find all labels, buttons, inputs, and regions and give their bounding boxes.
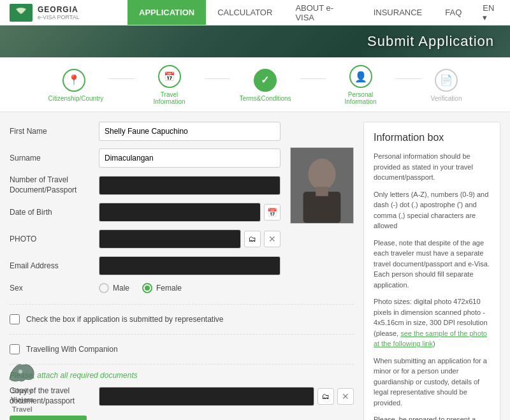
- main-content: First Name Surname Number of Travel Docu…: [0, 112, 510, 420]
- companion-checkbox[interactable]: [10, 344, 20, 354]
- attach-label: Please, attach all required documents: [10, 371, 354, 380]
- logo-flag-icon: [10, 4, 33, 22]
- dob-input[interactable]: [99, 203, 261, 222]
- divider-2: [10, 334, 354, 335]
- calendar-icon-btn[interactable]: 📅: [264, 204, 280, 221]
- photo-preview-area: [290, 122, 354, 301]
- watermark-line1: Shelly: [6, 386, 38, 395]
- divider-1: [10, 304, 354, 305]
- step-sep-2: [205, 78, 230, 79]
- nav-item-faq[interactable]: FAQ: [433, 0, 473, 25]
- female-radio-label[interactable]: Female: [142, 283, 182, 293]
- surname-row: Surname: [10, 148, 280, 168]
- documents-section: Please, attach all required documents Co…: [10, 371, 354, 406]
- email-row: Email Address: [10, 256, 280, 275]
- step-personal-label: Personal Information: [335, 91, 386, 105]
- copy-doc-row: Copy of the travel document/passport 🗂 ✕: [10, 386, 354, 406]
- email-input[interactable]: [99, 256, 280, 275]
- main-nav: APPLICATION CALCULATOR ABOUT e-VISA INSU…: [127, 0, 510, 25]
- nav-item-insurance[interactable]: INSURANCE: [362, 0, 434, 25]
- watermark-line3: Travel: [6, 405, 38, 414]
- first-name-input[interactable]: [99, 122, 280, 141]
- male-label-text: Male: [113, 284, 129, 293]
- step-citizenship-icon: 📍: [62, 69, 85, 92]
- step-travel-label: Travel Information: [144, 91, 195, 105]
- nav-item-calculator[interactable]: CALCULATOR: [206, 0, 284, 25]
- step-personal[interactable]: 👤 Personal Information: [326, 65, 396, 105]
- next-btn-row: NEXT: [10, 416, 354, 420]
- photo-label: PHOTO: [10, 235, 92, 243]
- photo-row: PHOTO 🗂 ✕: [10, 229, 280, 249]
- nav-item-about[interactable]: ABOUT e-VISA: [284, 0, 361, 25]
- photo-browse-btn[interactable]: 🗂: [244, 231, 261, 247]
- female-label-text: Female: [156, 284, 182, 293]
- step-terms-label: Terms&Conditions: [240, 95, 291, 102]
- travel-doc-row: Number of Travel Document/Passport: [10, 175, 280, 195]
- photo-file-display: [99, 229, 241, 249]
- step-verification[interactable]: 📄 Verification: [421, 69, 472, 102]
- step-sep-4: [396, 78, 421, 79]
- step-citizenship[interactable]: 📍 Citizenship/Country: [39, 69, 109, 102]
- male-radio[interactable]: [99, 283, 109, 293]
- step-travel[interactable]: 📅 Travel Information: [135, 65, 205, 105]
- representative-checkbox[interactable]: [10, 314, 20, 324]
- step-sep-3: [300, 78, 326, 79]
- step-citizenship-label: Citizenship/Country: [48, 95, 99, 102]
- nav-item-application[interactable]: APPLICATION: [127, 0, 206, 25]
- info-para-3: Please, note that despite of the age eac…: [374, 238, 490, 291]
- divider-3: [10, 364, 354, 365]
- info-para-1: Personal information should be provided …: [374, 151, 490, 183]
- form-photo-container: First Name Surname Number of Travel Docu…: [10, 122, 354, 301]
- representative-row: Check the box if application is submitte…: [10, 311, 354, 328]
- svg-point-5: [18, 370, 22, 373]
- info-box-title: Information box: [374, 132, 490, 143]
- info-para-5: When submitting an application for a min…: [374, 356, 490, 409]
- sex-label: Sex: [10, 284, 92, 293]
- photo-input-wrap: 🗂 ✕: [99, 229, 280, 249]
- sex-options: Male Female: [99, 283, 182, 293]
- copy-doc-input-wrap: 🗂 ✕: [99, 387, 354, 406]
- surname-label: Surname: [10, 154, 92, 163]
- logo-text: GEORGIA e-VISA PORTAL: [38, 5, 80, 20]
- copy-doc-file-display: [99, 387, 314, 406]
- hero-banner: Submit Application: [0, 25, 510, 57]
- copy-doc-clear-btn[interactable]: ✕: [337, 388, 354, 405]
- watermark: Shelly Viajera Travel: [6, 360, 38, 414]
- photo-clear-btn[interactable]: ✕: [264, 231, 280, 247]
- nav-lang-selector[interactable]: EN ▾: [473, 0, 510, 25]
- step-personal-icon: 👤: [349, 65, 372, 88]
- dob-input-wrap: 📅: [99, 203, 280, 222]
- dob-label: Date of Birth: [10, 208, 92, 217]
- dob-row: Date of Birth 📅: [10, 203, 280, 222]
- first-name-label: First Name: [10, 127, 92, 136]
- companion-row: Travelling With Companion: [10, 341, 354, 358]
- sex-row: Sex Male Female: [10, 283, 280, 293]
- female-radio[interactable]: [142, 283, 152, 293]
- info-para-2: Only letters (A-Z), numbers (0-9) and da…: [374, 189, 490, 231]
- logo-subtitle: e-VISA PORTAL: [38, 14, 80, 20]
- photo-preview: [290, 147, 354, 224]
- step-travel-icon: 📅: [158, 65, 181, 88]
- watermark-map-icon: [6, 360, 38, 384]
- step-terms-icon: ✓: [254, 69, 277, 92]
- svg-point-2: [308, 159, 335, 190]
- step-sep-1: [109, 78, 135, 79]
- form-fields: First Name Surname Number of Travel Docu…: [10, 122, 280, 301]
- male-radio-label[interactable]: Male: [99, 283, 129, 293]
- travel-doc-input[interactable]: [99, 176, 280, 195]
- step-terms[interactable]: ✓ Terms&Conditions: [230, 69, 300, 102]
- info-para-4: Photo sizes: digital photo 472x610 pixel…: [374, 296, 490, 349]
- photo-sample-link[interactable]: see the sample of the photo at the follo…: [374, 329, 487, 348]
- form-area: First Name Surname Number of Travel Docu…: [10, 122, 354, 420]
- representative-label: Check the box if application is submitte…: [26, 315, 224, 324]
- companion-label: Travelling With Companion: [26, 345, 118, 354]
- next-button[interactable]: NEXT: [10, 416, 87, 420]
- surname-input[interactable]: [99, 148, 280, 168]
- step-verification-icon: 📄: [435, 69, 458, 92]
- steps-bar: 📍 Citizenship/Country 📅 Travel Informati…: [0, 57, 510, 112]
- svg-rect-3: [303, 192, 341, 223]
- info-box: Information box Personal information sho…: [363, 122, 500, 420]
- travel-doc-label: Number of Travel Document/Passport: [10, 175, 92, 195]
- logo-country: GEORGIA: [38, 5, 80, 14]
- copy-doc-browse-btn[interactable]: 🗂: [317, 388, 334, 405]
